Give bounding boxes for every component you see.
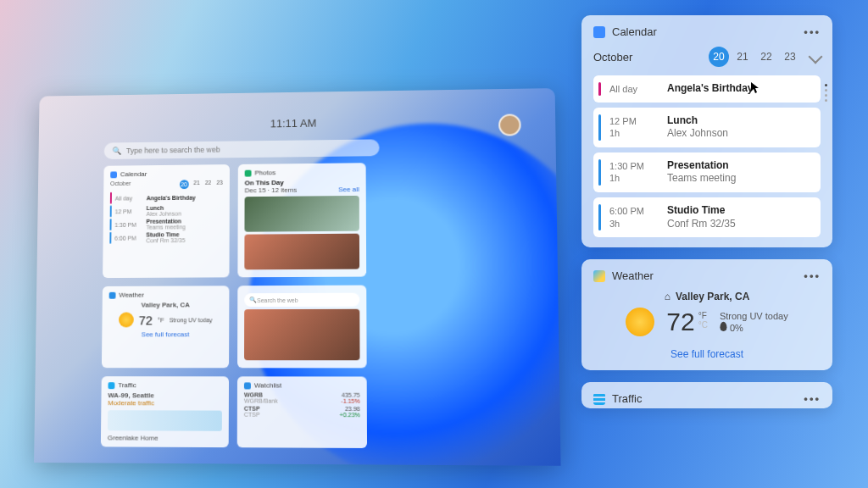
mini-event[interactable]: All dayAngela's Birthday [110, 191, 223, 204]
calendar-event[interactable]: 6:00 PM3hStudio TimeConf Rm 32/35 [593, 197, 821, 237]
event-title: LunchAlex Johnson [667, 114, 728, 141]
unit-c[interactable]: °C [698, 320, 708, 330]
photo-thumb[interactable] [244, 309, 359, 361]
search-box[interactable]: 🔍 Type here to search the web [104, 139, 380, 159]
mini-widget-grid: Calendar October 20 21 22 23 All dayAnge… [101, 163, 372, 448]
calendar-event[interactable]: 1:30 PM1hPresentationTeams meeting [593, 152, 821, 192]
event-time: All day [609, 83, 659, 95]
calendar-day[interactable]: 20 [709, 47, 729, 67]
mini-weather[interactable]: Weather Valley Park, CA 72 °F Strong UV … [102, 286, 230, 368]
more-button[interactable]: ••• [804, 25, 821, 38]
event-time: 12 PM1h [609, 115, 659, 140]
event-color-bar [598, 204, 601, 230]
page-dots [825, 84, 827, 102]
photo-thumb[interactable] [244, 234, 359, 270]
photo-thumb[interactable] [244, 196, 359, 232]
traffic-map [108, 410, 222, 431]
event-color-bar [598, 114, 601, 141]
sun-icon [626, 308, 654, 336]
cursor-icon [751, 82, 760, 94]
traffic-widget: Traffic ••• [581, 382, 832, 408]
traffic-route: Greenlake Home [108, 434, 222, 442]
traffic-title: Traffic [612, 392, 642, 405]
event-time: 1:30 PM1h [609, 160, 659, 185]
mini-watchlist-title: Watchlist [254, 381, 281, 389]
mini-photos-title: Photos [254, 169, 275, 176]
mini-websearch[interactable]: 🔍Search the web [237, 286, 367, 369]
photos-see-all[interactable]: See all [338, 186, 359, 193]
mini-weather-loc: Valley Park, CA [109, 301, 223, 308]
mini-traffic-title: Traffic [118, 381, 136, 389]
avatar[interactable] [498, 114, 521, 136]
photos-sub: Dec 15 · 12 items [245, 186, 298, 194]
calendar-icon [593, 26, 605, 38]
forecast-link[interactable]: See full forecast [670, 348, 743, 360]
mini-traffic[interactable]: Traffic WA-99, Seattle Moderate traffic … [101, 376, 229, 447]
laptop-screen: 11:11 AM 🔍 Type here to search the web C… [34, 88, 560, 466]
mini-calendar-month: October [110, 180, 131, 190]
mini-weather-unit: °F [158, 316, 164, 324]
traffic-icon [593, 393, 605, 405]
calendar-event[interactable]: All dayAngela's Birthday [593, 75, 821, 103]
event-list: All dayAngela's Birthday12 PM1hLunchAlex… [593, 75, 821, 237]
mini-event[interactable]: 12 PMLunchAlex Johnson [110, 204, 223, 217]
weather-widget: Weather ••• ⌂Valley Park, CA 72 °F°C Str… [581, 259, 832, 370]
mini-watchlist[interactable]: Watchlist WGRBWGRB/Bank435.75-1.15%CTSPC… [237, 376, 367, 448]
calendar-event[interactable]: 12 PM1hLunchAlex Johnson [593, 108, 821, 147]
mini-event[interactable]: 6:00 PMStudio TimeConf Rm 32/35 [109, 231, 222, 244]
traffic-route: WA-99, Seattle [108, 391, 222, 399]
weather-location: Valley Park, CA [676, 291, 749, 302]
traffic-icon [108, 382, 114, 389]
traffic-status: Moderate traffic [108, 399, 222, 407]
calendar-icon [110, 171, 117, 178]
mini-weather-title: Weather [119, 291, 144, 299]
more-button[interactable]: ••• [804, 392, 821, 405]
weather-icon [109, 291, 116, 298]
mini-weather-link[interactable]: See full forecast [108, 330, 222, 338]
mini-search-input[interactable]: 🔍Search the web [244, 293, 359, 307]
weather-temp: 72 [666, 308, 694, 336]
mini-day[interactable]: 21 [193, 180, 200, 189]
mini-search-placeholder: Search the web [257, 297, 298, 302]
home-icon: ⌂ [665, 291, 670, 302]
calendar-day[interactable]: 22 [756, 47, 776, 67]
event-title: PresentationTeams meeting [667, 159, 736, 186]
mini-weather-temp: 72 [138, 313, 153, 327]
calendar-day[interactable]: 21 [732, 47, 753, 67]
weather-title: Weather [612, 269, 654, 282]
chevron-down-icon[interactable] [809, 50, 823, 64]
watchlist-row[interactable]: WGRBWGRB/Bank435.75-1.15% [244, 391, 360, 403]
clock: 11:11 AM [270, 117, 316, 130]
calendar-widget: Calendar ••• October 20212223 All dayAng… [581, 15, 832, 247]
weather-icon [593, 270, 605, 282]
more-button[interactable]: ••• [804, 269, 821, 282]
event-color-bar [598, 82, 601, 96]
widget-column: Calendar ••• October 20212223 All dayAng… [581, 15, 832, 408]
mini-day[interactable]: 23 [216, 180, 223, 189]
photos-icon [245, 169, 252, 176]
mini-photos[interactable]: Photos On This Day Dec 15 · 12 items See… [237, 163, 366, 277]
watchlist-row[interactable]: CTSPCTSP23.98+0.23% [244, 406, 360, 419]
sun-icon [119, 313, 134, 328]
calendar-title: Calendar [612, 25, 657, 38]
search-icon: 🔍 [112, 147, 121, 155]
event-title: Angela's Birthday [667, 82, 754, 96]
event-title: Studio TimeConf Rm 32/35 [667, 204, 736, 230]
unit-f[interactable]: °F [698, 311, 708, 320]
weather-precip: 0% [730, 323, 743, 333]
calendar-month: October [593, 51, 632, 64]
mini-calendar-title: Calendar [120, 170, 147, 178]
watchlist-icon [244, 382, 251, 389]
mini-event[interactable]: 1:30 PMPresentationTeams meeting [110, 218, 223, 230]
event-time: 6:00 PM3h [609, 205, 659, 230]
mini-day[interactable]: 20 [180, 180, 189, 189]
mini-weather-cond: Strong UV today [170, 317, 213, 323]
search-placeholder: Type here to search the web [126, 146, 220, 155]
precip-icon [720, 321, 727, 331]
event-color-bar [598, 159, 601, 186]
weather-condition: Strong UV today [720, 311, 788, 321]
mini-calendar[interactable]: Calendar October 20 21 22 23 All dayAnge… [103, 164, 230, 278]
mini-day[interactable]: 22 [205, 180, 212, 189]
calendar-day[interactable]: 23 [780, 47, 800, 67]
